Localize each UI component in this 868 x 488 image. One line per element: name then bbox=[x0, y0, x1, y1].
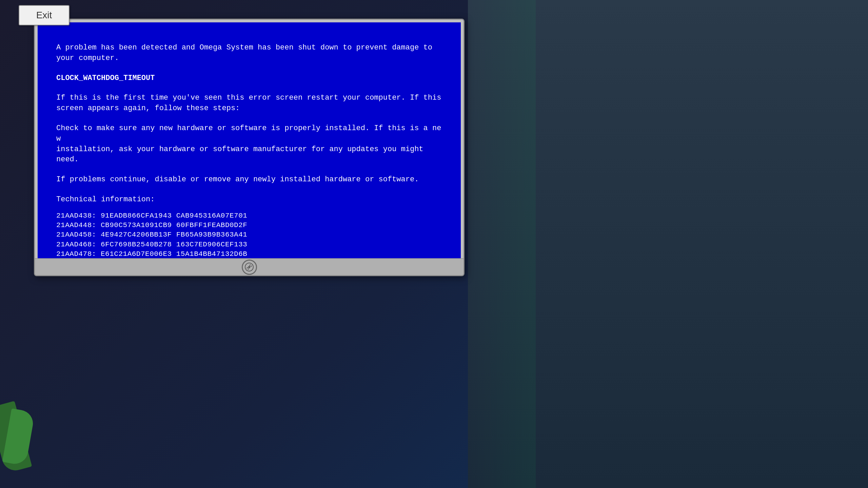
mem-row-3: 21AAD468: 6FC7698B2540B278 163C7ED906CEF… bbox=[56, 240, 442, 249]
mem-row-2: 21AAD458: 4E9427C4206BB13F FB65A93B9B363… bbox=[56, 230, 442, 240]
bsod-line-2: your computer. bbox=[56, 53, 442, 64]
bsod-para2: Check to make sure any new hardware or s… bbox=[56, 123, 442, 165]
bsod-tech-section: Technical information: 21AAD438: 91EADB8… bbox=[56, 195, 442, 258]
mem-row-1: 21AAD448: CB90C573A1091CB9 60FBFF1FEABD0… bbox=[56, 221, 442, 230]
mem-row-4: 21AAD478: E61C21A6D7E006E3 15A1B4BB47132… bbox=[56, 249, 442, 258]
fan-icon bbox=[242, 260, 257, 275]
svg-point-1 bbox=[248, 266, 250, 268]
bsod-para2-line3: need. bbox=[56, 155, 442, 165]
bsod-para1-line1: If this is the first time you've seen th… bbox=[56, 93, 442, 103]
bsod-para1-line2: screen appears again, follow these steps… bbox=[56, 103, 442, 114]
bsod-tech-label: Technical information: bbox=[56, 195, 442, 205]
neon-highlight bbox=[468, 0, 536, 488]
exit-button-label: Exit bbox=[36, 10, 52, 21]
bsod-intro: A problem has been detected and Omega Sy… bbox=[56, 43, 442, 64]
bsod-para2-line1: Check to make sure any new hardware or s… bbox=[56, 123, 442, 144]
monitor-frame: A problem has been detected and Omega Sy… bbox=[34, 19, 465, 276]
mem-row-0: 21AAD438: 91EADB866CFA1943 CAB945316A07E… bbox=[56, 211, 442, 221]
plant-decoration bbox=[0, 376, 37, 471]
bsod-error-code: CLOCK_WATCHDOG_TIMEOUT bbox=[56, 73, 442, 84]
exit-button[interactable]: Exit bbox=[19, 5, 70, 25]
bsod-screen: A problem has been detected and Omega Sy… bbox=[38, 22, 461, 258]
bsod-para2-line2: installation, ask your hardware or softw… bbox=[56, 144, 442, 155]
monitor-bottom-bar bbox=[35, 258, 463, 275]
bsod-para3: If problems continue, disable or remove … bbox=[56, 175, 442, 185]
bsod-line-1: A problem has been detected and Omega Sy… bbox=[56, 43, 442, 53]
bsod-para3-text: If problems continue, disable or remove … bbox=[56, 175, 442, 185]
bsod-para1: If this is the first time you've seen th… bbox=[56, 93, 442, 114]
right-panel bbox=[468, 0, 868, 488]
bsod-mem-rows: 21AAD438: 91EADB866CFA1943 CAB945316A07E… bbox=[56, 211, 442, 258]
